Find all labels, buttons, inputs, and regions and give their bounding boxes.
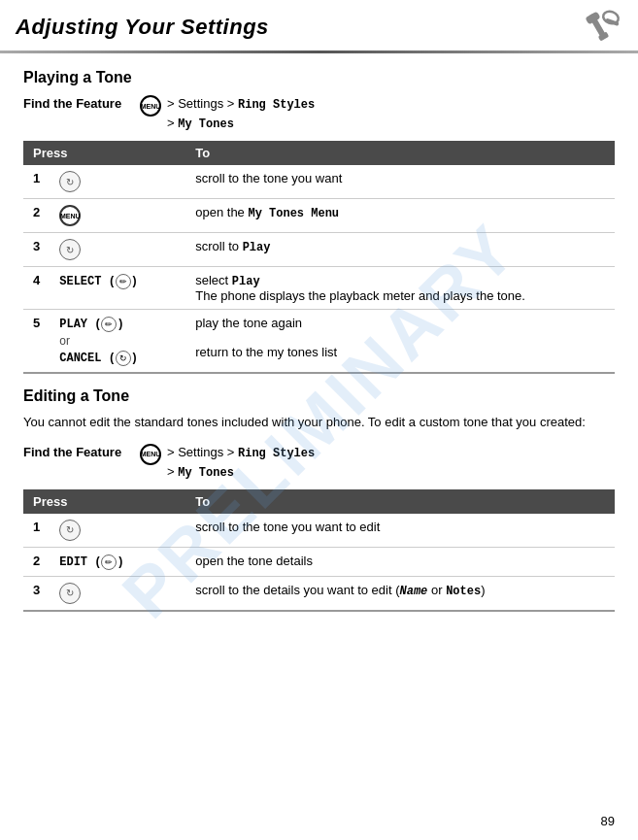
find-feature-label-2: Find the Feature [23, 443, 130, 459]
edit-label: EDIT ( [59, 555, 101, 569]
table-row: 5 PLAY (✏) or CANCEL (↻) play the tone a… [23, 310, 615, 374]
path-mytones-1: > My Tones [167, 116, 234, 130]
find-feature-path-1: > Settings > Ring Styles > My Tones [167, 94, 315, 133]
cancel-icon: ↻ [116, 351, 131, 366]
col-press-2: Press [23, 489, 185, 514]
section2-body: You cannot edit the standard tones inclu… [23, 413, 615, 433]
press-cell: PLAY (✏) or CANCEL (↻) [50, 310, 185, 374]
table-header-row-1: Press To [23, 141, 615, 165]
press-cell: ↻ [50, 165, 185, 199]
page-header: Adjusting Your Settings [0, 0, 638, 50]
settings-icon [574, 8, 622, 47]
path-mytones-2: > My Tones [167, 464, 234, 479]
cancel-label-end: ) [131, 352, 138, 365]
edit-label-end: ) [117, 555, 123, 569]
instructions-table-1: Press To 1 ↻ scroll to the tone you want… [23, 141, 615, 374]
table-row: 1 ↻ scroll to the tone you want to edit [23, 514, 615, 548]
step-number: 5 [23, 310, 50, 374]
scroll-icon: ↻ [59, 239, 81, 260]
step-number: 3 [23, 233, 50, 267]
table-row: 3 ↻ scroll to the details you want to ed… [23, 576, 615, 611]
step-number: 1 [23, 165, 50, 199]
step-number: 2 [23, 199, 50, 233]
col-to-1: To [185, 141, 615, 165]
press-cell: SELECT (✏) [50, 267, 185, 310]
scroll-icon: ↻ [59, 520, 81, 541]
select-label-end: ) [131, 275, 138, 288]
play-icon: ✏ [101, 317, 117, 332]
step-number: 3 [23, 576, 50, 611]
action-cell: scroll to Play [185, 233, 615, 267]
step-number: 1 [23, 514, 50, 548]
action-cell: open the tone details [185, 547, 615, 576]
col-to-2: To [185, 489, 615, 514]
table-header-row-2: Press To [23, 489, 615, 514]
menu-btn-icon: MENU [59, 205, 81, 226]
section1-heading: Playing a Tone [23, 69, 615, 86]
press-cell: ↻ [50, 514, 185, 548]
play-note: The phone displays the playback meter an… [195, 288, 525, 303]
scroll-icon: ↻ [59, 171, 81, 192]
menu-icon-1: MENU [140, 95, 161, 117]
play-label-end: ) [117, 318, 123, 331]
cancel-label: CANCEL ( [59, 352, 116, 365]
page-number: 89 [601, 814, 615, 828]
step-number: 4 [23, 267, 50, 310]
action-cell: play the tone again return to the my ton… [185, 310, 615, 374]
table-row: 2 MENU open the My Tones Menu [23, 199, 615, 233]
table-row: 2 EDIT (✏) open the tone details [23, 547, 615, 576]
instructions-table-2: Press To 1 ↻ scroll to the tone you want… [23, 489, 615, 612]
press-cell: ↻ [50, 233, 185, 267]
action-cell: scroll to the details you want to edit (… [185, 576, 615, 611]
table-row: 3 ↻ scroll to Play [23, 233, 615, 267]
menu-icon-2: MENU [140, 444, 161, 465]
select-icon: ✏ [116, 274, 131, 289]
find-feature-path-2: > Settings > Ring Styles > My Tones [167, 443, 315, 482]
or-text: or [59, 332, 176, 350]
press-cell: ↻ [50, 576, 185, 611]
table-row: 4 SELECT (✏) select Play The phone displ… [23, 267, 615, 310]
action-cell: scroll to the tone you want [185, 165, 615, 199]
path-settings-1: > Settings > Ring Styles [167, 96, 315, 111]
section2-heading: Editing a Tone [23, 387, 615, 405]
action-cell: select Play The phone displays the playb… [185, 267, 615, 310]
press-cell: MENU [50, 199, 185, 233]
path-settings-2: > Settings > Ring Styles [167, 445, 315, 459]
press-cell: EDIT (✏) [50, 547, 185, 576]
page-title: Adjusting Your Settings [16, 15, 269, 40]
select-label: SELECT ( [59, 275, 116, 288]
main-content: Playing a Tone Find the Feature MENU > S… [0, 53, 638, 635]
edit-icon: ✏ [101, 554, 117, 570]
step-number: 2 [23, 547, 50, 576]
play-label: PLAY ( [59, 318, 101, 331]
action-cell: scroll to the tone you want to edit [185, 514, 615, 548]
find-feature-label-1: Find the Feature [23, 94, 130, 111]
scroll-icon: ↻ [59, 583, 81, 604]
action-cell: open the My Tones Menu [185, 199, 615, 233]
table-row: 1 ↻ scroll to the tone you want [23, 165, 615, 199]
find-feature-1: Find the Feature MENU > Settings > Ring … [23, 94, 615, 133]
col-press-1: Press [23, 141, 185, 165]
find-feature-2: Find the Feature MENU > Settings > Ring … [23, 443, 615, 482]
